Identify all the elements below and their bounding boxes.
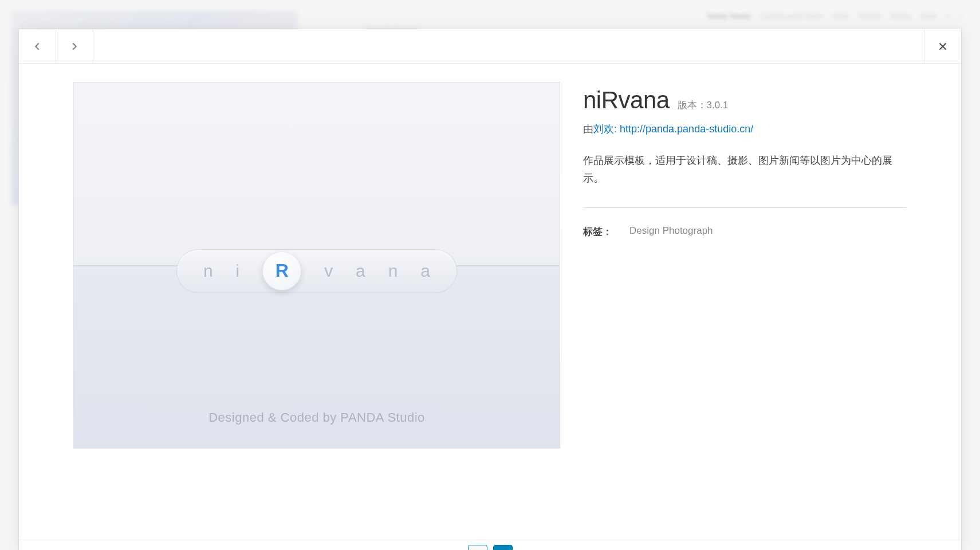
logo-letter: v xyxy=(324,261,333,281)
title-row: niRvana 版本：3.0.1 xyxy=(583,87,907,114)
version-value: 3.0.1 xyxy=(707,100,729,111)
close-icon xyxy=(936,40,949,53)
logo-letter: a xyxy=(420,261,430,281)
theme-byline: 由刘欢: http://panda.panda-studio.cn/ xyxy=(583,122,907,136)
version-label: 版本： xyxy=(678,100,707,111)
author-name: 刘欢 xyxy=(593,123,614,135)
modal-header xyxy=(19,29,961,64)
logo-letter: i xyxy=(236,261,240,281)
tags-value: Design Photograph xyxy=(629,225,713,238)
logo-highlight-circle: R xyxy=(262,252,301,290)
separator xyxy=(583,207,907,208)
tags-row: 标签： Design Photograph xyxy=(583,225,907,238)
logo-letter-highlight: R xyxy=(275,260,289,281)
modal-footer xyxy=(19,540,961,550)
theme-details-modal: n i R v a n a Designed & Coded by PANDA … xyxy=(18,29,962,550)
preview-credit-text: Designed & Coded by PANDA Studio xyxy=(74,410,560,425)
logo-letter: n xyxy=(203,261,213,281)
theme-logo-pill: n i R v a n a xyxy=(176,249,457,293)
tags-label: 标签： xyxy=(583,225,612,238)
author-link[interactable]: 刘欢: http://panda.panda-studio.cn/ xyxy=(593,123,753,135)
theme-version: 版本：3.0.1 xyxy=(678,99,729,112)
logo-letter: n xyxy=(388,261,398,281)
nav-group xyxy=(19,29,93,63)
prev-theme-button[interactable] xyxy=(19,29,56,63)
theme-description: 作品展示模板，适用于设计稿、摄影、图片新闻等以图片为中心的展示。 xyxy=(583,152,907,187)
next-theme-button[interactable] xyxy=(56,29,93,63)
by-prefix: 由 xyxy=(583,123,593,135)
chevron-right-icon xyxy=(68,40,81,53)
theme-name: niRvana xyxy=(583,87,670,114)
footer-secondary-button[interactable] xyxy=(468,545,487,550)
footer-primary-button[interactable] xyxy=(493,545,513,550)
theme-details-panel: niRvana 版本：3.0.1 由刘欢: http://panda.panda… xyxy=(583,82,907,528)
chevron-left-icon xyxy=(31,40,44,53)
logo-letter: a xyxy=(356,261,365,281)
modal-body: n i R v a n a Designed & Coded by PANDA … xyxy=(19,64,961,540)
theme-screenshot: n i R v a n a Designed & Coded by PANDA … xyxy=(73,82,560,449)
close-button[interactable] xyxy=(924,29,961,63)
author-url-sep: : xyxy=(614,123,620,135)
author-url: http://panda.panda-studio.cn/ xyxy=(620,123,753,135)
